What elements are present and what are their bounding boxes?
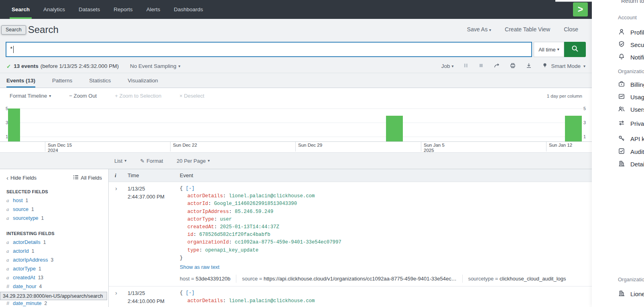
menu-item-users[interactable]: Users xyxy=(618,104,644,114)
timeline-bar[interactable] xyxy=(8,108,20,141)
event-timestamp: 1/13/252:44:37.000 PM xyxy=(125,185,177,282)
json-value[interactable]: 2025-01-13T14:44:37Z xyxy=(220,224,279,230)
search-input[interactable]: * xyxy=(6,42,532,57)
field-host[interactable]: ahost1 xyxy=(0,196,108,205)
json-value[interactable]: cc1092aa-8775-459e-9401-33e54ec07997 xyxy=(235,239,341,245)
search-submit-button[interactable] xyxy=(564,42,586,57)
json-key[interactable]: actorDetails xyxy=(187,193,229,199)
json-key[interactable]: type xyxy=(187,248,205,253)
json-key[interactable]: createdAt xyxy=(187,224,220,230)
stop-job-button[interactable] xyxy=(478,63,484,70)
tab-events[interactable]: Events (13) xyxy=(6,73,35,88)
format-timeline-dropdown[interactable]: Format Timeline▾ xyxy=(10,93,51,99)
all-fields-button[interactable]: All Fields xyxy=(73,174,102,181)
info-column-header: i xyxy=(109,172,125,179)
save-as-button[interactable]: Save As ▾ xyxy=(467,26,491,33)
tab-visualization[interactable]: Visualization xyxy=(128,73,158,88)
share-job-button[interactable] xyxy=(494,62,500,70)
expand-event-button[interactable]: › xyxy=(109,185,125,282)
field-actorDetails[interactable]: aactorDetails1 xyxy=(0,238,108,247)
collapse-json-button[interactable]: [-] xyxy=(186,290,195,296)
close-button[interactable]: Close xyxy=(564,26,578,33)
tab-patterns[interactable]: Patterns xyxy=(52,73,72,88)
menu-item-notifications[interactable]: Notifications xyxy=(618,52,644,62)
json-key[interactable]: actorIpAddress xyxy=(187,209,235,215)
y-axis-label: 1 xyxy=(583,134,590,139)
menu-item-security[interactable]: Security xyxy=(618,40,644,49)
json-key[interactable]: organizationId xyxy=(187,239,235,245)
meta-sourcetype[interactable]: sourcetypeclickhouse_cloud_audit_logs xyxy=(462,275,566,282)
per-page-dropdown[interactable]: 20 Per Page▾ xyxy=(177,158,209,164)
event-sampling-dropdown[interactable]: No Event Sampling▾ xyxy=(130,63,181,69)
results-tabs: Events (13) Patterns Statistics Visualiz… xyxy=(0,73,592,88)
menu-item-usage[interactable]: Usage xyxy=(618,92,644,102)
field-sourcetype[interactable]: asourcetype1 xyxy=(0,214,108,223)
json-key[interactable]: actorType xyxy=(187,217,220,222)
field-actorId[interactable]: aactorId1 xyxy=(0,247,108,256)
bell-icon xyxy=(618,53,625,61)
list-view-dropdown[interactable]: List▾ xyxy=(114,158,126,164)
show-raw-text-link[interactable]: Show as raw text xyxy=(180,263,592,271)
menu-item-details[interactable]: Details xyxy=(618,159,644,169)
job-dropdown[interactable]: Job ▾ xyxy=(441,63,454,69)
field-source[interactable]: asource1 xyxy=(0,205,108,214)
hide-fields-button[interactable]: ‹Hide Fields xyxy=(6,174,37,181)
chevron-left-icon: ‹ xyxy=(6,175,8,181)
json-key[interactable]: actorDetails xyxy=(187,298,229,304)
json-value[interactable]: openapi_key_update xyxy=(205,248,258,253)
menu-item-audit[interactable]: Audit xyxy=(618,147,644,156)
tab-statistics[interactable]: Statistics xyxy=(89,73,111,88)
timeline-bar[interactable] xyxy=(565,116,582,142)
field-date_hour[interactable]: #date_hour4 xyxy=(0,282,108,291)
pause-icon xyxy=(463,63,469,70)
nav-item-reports[interactable]: Reports xyxy=(107,0,139,19)
results-content: ‹Hide Fields All Fields SELECTED FIELDS … xyxy=(0,169,592,307)
building-icon xyxy=(618,290,625,298)
chart-gridline xyxy=(9,123,583,123)
deselect-button[interactable]: × Deselect xyxy=(179,93,204,99)
zoom-out-button[interactable]: − Zoom Out xyxy=(69,93,97,99)
search-mode-dropdown[interactable]: Smart Mode▾ xyxy=(542,62,585,70)
field-date_minute[interactable]: #date_minute2 xyxy=(0,299,108,307)
meta-source[interactable]: sourcehttps://api.clickhouse.cloud/v1/or… xyxy=(236,275,456,282)
json-value[interactable]: lionel.palacin@clickhouse.com xyxy=(229,298,315,304)
json-value[interactable]: user xyxy=(220,217,232,222)
expand-event-button[interactable]: › xyxy=(109,289,125,305)
print-button[interactable] xyxy=(510,62,516,70)
selected-fields-title: SELECTED FIELDS xyxy=(6,189,102,194)
search-tooltip: Search xyxy=(1,25,26,35)
json-key[interactable]: actorId xyxy=(187,201,214,207)
string-type-icon: a xyxy=(6,248,10,254)
zoom-to-selection-button[interactable]: + Zoom to Selection xyxy=(115,93,161,99)
json-value[interactable]: lionel.palacin@clickhouse.com xyxy=(229,193,315,199)
json-value[interactable]: 678526d582c1f20fac4babfb xyxy=(199,232,270,237)
time-range-picker[interactable]: All time▾ xyxy=(534,42,564,57)
splunk-logo-icon[interactable]: > xyxy=(573,2,588,16)
meta-host[interactable]: host53de4339120b xyxy=(180,275,230,282)
collapse-json-button[interactable]: [-] xyxy=(186,186,195,191)
json-value[interactable]: 85.246.59.249 xyxy=(235,209,273,215)
json-key[interactable]: id xyxy=(187,232,199,237)
format-results-button[interactable]: ✎Format xyxy=(140,158,163,164)
json-value[interactable]: Google_114602629918513043390 xyxy=(214,201,297,207)
nav-item-search[interactable]: Search xyxy=(5,0,37,19)
menu-item-organization-lionel[interactable]: Lionel xyxy=(618,289,644,299)
nav-item-alerts[interactable]: Alerts xyxy=(140,0,167,19)
timeline-bar[interactable] xyxy=(386,116,403,142)
pause-job-button[interactable] xyxy=(463,63,469,70)
export-button[interactable] xyxy=(526,62,532,70)
menu-item-billing[interactable]: Billing xyxy=(618,80,644,89)
field-createdAt[interactable]: acreatedAt13 xyxy=(0,273,108,282)
nav-item-analytics[interactable]: Analytics xyxy=(37,0,72,19)
fields-sidebar: ‹Hide Fields All Fields SELECTED FIELDS … xyxy=(0,169,109,307)
nav-item-datasets[interactable]: Datasets xyxy=(72,0,107,19)
nav-item-dashboards[interactable]: Dashboards xyxy=(167,0,210,19)
menu-item-profile[interactable]: Profile xyxy=(618,27,644,37)
menu-item-api-keys[interactable]: API keys xyxy=(618,134,644,143)
menu-item-private-endpoints[interactable]: Private xyxy=(618,119,644,128)
field-actorType[interactable]: aactorType1 xyxy=(0,264,108,273)
job-done-check-icon: ✓ xyxy=(6,63,11,70)
create-table-view-button[interactable]: Create Table View xyxy=(505,26,550,33)
field-actorIpAddress[interactable]: aactorIpAddress3 xyxy=(0,256,108,264)
return-link[interactable]: Return to xyxy=(621,0,644,4)
